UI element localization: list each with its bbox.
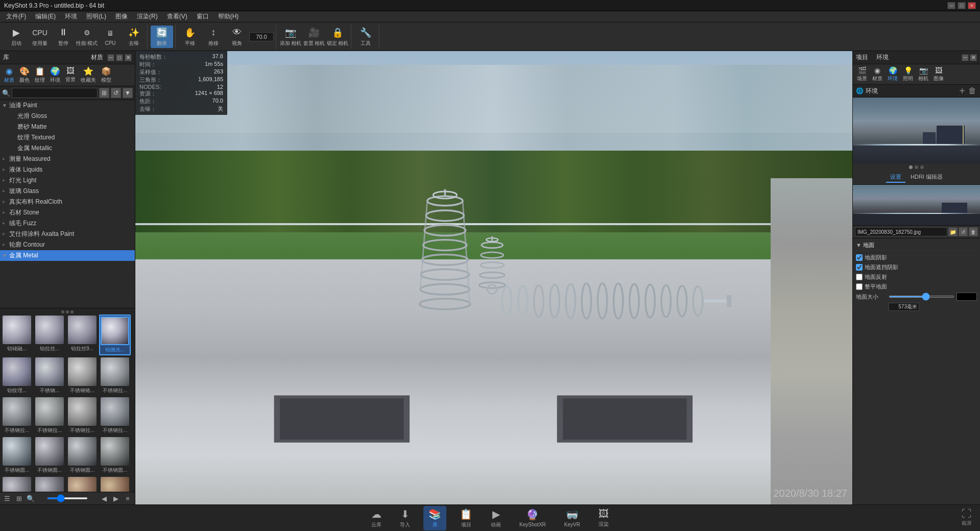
tree-group-light[interactable]: + 灯光 Light bbox=[0, 175, 135, 186]
panel-minus-button[interactable]: ─ bbox=[107, 54, 114, 61]
project-tab-lighting[interactable]: 💡 照明 bbox=[901, 65, 915, 83]
menu-render[interactable]: 渲染(R) bbox=[133, 11, 162, 22]
mat-item-copper-alloy1[interactable]: 铜铝粗... bbox=[66, 476, 98, 492]
search-filter-button[interactable]: ▼ bbox=[123, 88, 133, 98]
tab-materials[interactable]: ◉ 材质 bbox=[2, 65, 16, 85]
tree-group-glass[interactable]: + 玻璃 Glass bbox=[0, 186, 135, 197]
tree-item-textured[interactable]: 纹理 Textured bbox=[0, 132, 135, 143]
menu-help[interactable]: 帮助(H) bbox=[214, 11, 243, 22]
search-options-button[interactable]: ⊞ bbox=[99, 88, 109, 98]
ground-size-slider[interactable] bbox=[889, 296, 954, 298]
dock-cloud[interactable]: ☁ 云库 bbox=[366, 506, 387, 530]
grid-list-button[interactable]: ⊞ bbox=[14, 493, 24, 503]
tree-group-axalta[interactable]: + 艾仕得涂料 Axalta Paint bbox=[0, 229, 135, 239]
menu-lighting[interactable]: 照明(L) bbox=[82, 11, 110, 22]
grid-prev-button[interactable]: ◀ bbox=[99, 493, 109, 503]
pause-button[interactable]: ⏸ 暂停 bbox=[52, 26, 75, 48]
tree-item-metallic[interactable]: 金属 Metallic bbox=[0, 143, 135, 154]
project-tab-scene[interactable]: 🎬 场景 bbox=[855, 65, 869, 83]
env-add-button[interactable]: + bbox=[958, 86, 967, 95]
env-tab-settings[interactable]: 设置 bbox=[886, 172, 905, 183]
tab-texture[interactable]: 📋 纹理 bbox=[33, 65, 47, 85]
grid-options-button[interactable]: ≡ bbox=[123, 493, 133, 503]
mat-item-stainless-wire4[interactable]: 不锈钢拉... bbox=[66, 396, 98, 435]
ground-occlude-checkbox[interactable] bbox=[856, 264, 863, 271]
mat-item-stainless-wire1[interactable]: 不锈钢拉... bbox=[99, 356, 131, 395]
mat-item-platinum-wire9[interactable]: 铂拉丝9... bbox=[66, 315, 98, 355]
fullscreen-button[interactable]: ⛶ 截屏 bbox=[962, 508, 972, 527]
tree-group-stone[interactable]: + 石材 Stone bbox=[0, 207, 135, 218]
env-file-refresh-button[interactable]: ↺ bbox=[959, 227, 968, 236]
set-camera-button[interactable]: 🎥 套置 相机 bbox=[303, 26, 325, 48]
view-button[interactable]: 👁 视角 bbox=[226, 26, 248, 48]
add-camera-button[interactable]: 📷 添加 相机 bbox=[279, 26, 302, 48]
tree-group-metal[interactable]: ▼ 金属 Metal bbox=[0, 250, 135, 261]
dock-project[interactable]: 📋 项目 bbox=[455, 506, 477, 530]
mat-item-copper-alloy2[interactable]: 铜铝粗... bbox=[99, 476, 131, 492]
mat-item-stainless-chrome[interactable]: 不锈钢铬... bbox=[66, 356, 98, 395]
dock-library[interactable]: 📚 库 bbox=[423, 506, 446, 530]
push-button[interactable]: ↕ 推移 bbox=[202, 26, 225, 48]
dock-render[interactable]: 🖼 渲染 bbox=[593, 506, 614, 530]
ground-flat-checkbox[interactable] bbox=[856, 283, 863, 290]
mat-item-platinum-texture[interactable]: 铂纹理... bbox=[1, 356, 33, 395]
right-panel-close-button[interactable]: ✕ bbox=[970, 54, 977, 61]
mat-item-silver-rough[interactable]: 银相粗 St... bbox=[34, 476, 65, 492]
project-tab-environment[interactable]: 🌍 环境 bbox=[886, 65, 900, 83]
close-button[interactable]: ✕ bbox=[968, 2, 976, 9]
tab-environment[interactable]: 🌍 环境 bbox=[48, 65, 62, 85]
menu-image[interactable]: 图像 bbox=[111, 11, 132, 22]
performance-mode-button[interactable]: ⚙ 性能 模式 bbox=[76, 26, 98, 48]
maximize-button[interactable]: □ bbox=[958, 2, 966, 9]
grid-add-button[interactable]: ☰ bbox=[2, 493, 12, 503]
mat-item-platinum-wire[interactable]: 铂拉丝... bbox=[34, 315, 65, 355]
dock-import[interactable]: ⬇ 导入 bbox=[395, 506, 415, 530]
tree-group-contour[interactable]: + 轮廓 Contour bbox=[0, 239, 135, 250]
denoise-button[interactable]: ✨ 去噪 bbox=[123, 26, 145, 48]
menu-edit[interactable]: 编辑(E) bbox=[31, 11, 60, 22]
panel-close-button[interactable]: ✕ bbox=[125, 54, 132, 61]
tree-group-liquids[interactable]: + 液体 Liquids bbox=[0, 164, 135, 175]
panel-expand-button[interactable]: □ bbox=[116, 54, 123, 61]
project-tab-image[interactable]: 🖼 图像 bbox=[931, 65, 946, 83]
lock-camera-button[interactable]: 🔒 锁定 相机 bbox=[326, 26, 349, 48]
tree-group-fuzz[interactable]: + 绒毛 Fuzz bbox=[0, 218, 135, 229]
mat-item-platinum-polish[interactable]: 铂抛光... bbox=[99, 315, 131, 355]
menu-window[interactable]: 窗口 bbox=[193, 11, 213, 22]
focal-length-input[interactable] bbox=[249, 32, 274, 41]
mat-item-stainless-wire5[interactable]: 不锈钢拉... bbox=[99, 396, 131, 435]
render-button[interactable]: 🔄 翻录 bbox=[151, 26, 173, 48]
tree-group-realcloth[interactable]: + 真实布料 RealCloth bbox=[0, 197, 135, 207]
env-remove-button[interactable]: 🗑 bbox=[968, 86, 977, 95]
tab-model[interactable]: 📦 模型 bbox=[99, 65, 113, 85]
cpu2-button[interactable]: 🖥 CPU bbox=[99, 26, 122, 48]
search-input[interactable] bbox=[12, 88, 98, 98]
mat-item-stainless-wire2[interactable]: 不锈钢拉... bbox=[1, 396, 33, 435]
env-file-browse-button[interactable]: 📁 bbox=[948, 227, 958, 236]
mat-item-stainless-wire3[interactable]: 不锈钢拉... bbox=[34, 396, 65, 435]
tab-color[interactable]: 🎨 颜色 bbox=[17, 65, 32, 85]
env-tab-hdri[interactable]: HDRI 编辑器 bbox=[906, 172, 947, 183]
ground-reflection-checkbox[interactable] bbox=[856, 274, 863, 280]
grid-next-button[interactable]: ▶ bbox=[111, 493, 121, 503]
ground-shadow-checkbox[interactable] bbox=[856, 254, 863, 261]
project-tab-materials[interactable]: ◉ 材质 bbox=[870, 65, 885, 83]
menu-env[interactable]: 环境 bbox=[61, 11, 81, 22]
mat-item-stainless-round3[interactable]: 不锈钢圆... bbox=[66, 436, 98, 475]
tab-background[interactable]: 🖼 背景 bbox=[63, 65, 78, 85]
mat-item-platinum-rough[interactable]: 铂铑融... bbox=[1, 315, 33, 355]
ground-size-input[interactable] bbox=[889, 303, 919, 311]
tree-item-matte[interactable]: 磨砂 Matte bbox=[0, 122, 135, 132]
menu-view[interactable]: 查看(V) bbox=[163, 11, 192, 22]
grid-size-slider[interactable] bbox=[47, 497, 88, 499]
tree-group-paint[interactable]: ▼ 油漆 Paint bbox=[0, 100, 135, 111]
minimize-button[interactable]: ─ bbox=[947, 2, 955, 9]
tools-button[interactable]: 🔧 工具 bbox=[354, 26, 377, 48]
mat-item-stainless-round5[interactable]: 不锈钢圆... bbox=[1, 476, 33, 492]
right-panel-expand-button[interactable]: ─ bbox=[962, 54, 969, 61]
dock-animation[interactable]: ▶ 动画 bbox=[486, 506, 506, 530]
mat-item-stainless-round2[interactable]: 不锈钢圆... bbox=[34, 436, 65, 475]
mat-item-stainless-round4[interactable]: 不锈钢圆... bbox=[99, 436, 131, 475]
menu-file[interactable]: 文件(F) bbox=[2, 11, 30, 22]
grid-search-button[interactable]: 🔍 bbox=[26, 493, 36, 503]
